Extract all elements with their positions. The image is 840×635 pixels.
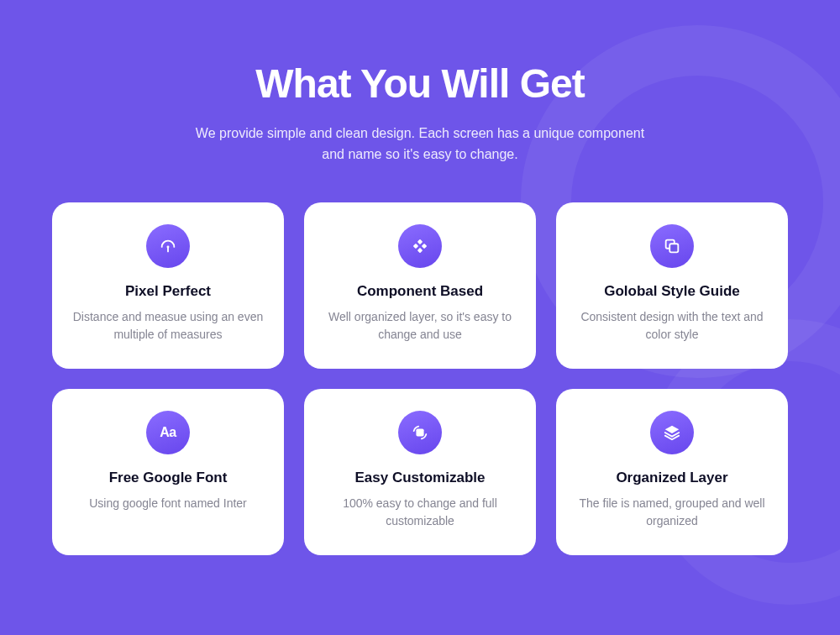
section-heading: What You Will Get	[52, 60, 788, 107]
feature-title: Easy Customizable	[355, 470, 486, 486]
feature-card-organized-layer: Organized Layer The file is named, group…	[556, 389, 788, 555]
features-grid: Pixel Perfect Distance and measue using …	[52, 202, 788, 555]
feature-description: The file is named, grouped and well orga…	[576, 495, 768, 530]
feature-title: Free Google Font	[109, 470, 228, 486]
feature-title: Pixel Perfect	[125, 283, 211, 300]
feature-title: Organized Layer	[616, 470, 727, 486]
font-icon: Aa	[146, 411, 190, 454]
feature-card-component-based: Component Based Well organized layer, so…	[304, 202, 536, 369]
section-subheading: We provide simple and clean design. Each…	[185, 123, 655, 165]
feature-title: Component Based	[357, 283, 483, 300]
feature-description: Well organized layer, so it's easy to ch…	[324, 308, 516, 344]
svg-rect-4	[413, 243, 418, 248]
feature-description: 100% easy to change and full customizabl…	[324, 495, 516, 530]
svg-rect-3	[417, 247, 423, 252]
feature-description: Consistent design with the text and colo…	[576, 308, 768, 344]
layers-icon	[650, 411, 694, 454]
svg-rect-7	[669, 244, 678, 252]
feature-title: Golobal Style Guide	[604, 283, 740, 300]
pixel-perfect-icon	[146, 224, 190, 268]
component-based-icon	[398, 224, 442, 268]
feature-card-global-style: Golobal Style Guide Consistent design wi…	[556, 202, 788, 369]
feature-card-pixel-perfect: Pixel Perfect Distance and measue using …	[52, 202, 284, 369]
customizable-icon	[398, 411, 442, 454]
feature-card-google-font: Aa Free Google Font Using google font na…	[52, 389, 284, 555]
svg-rect-8	[416, 428, 423, 436]
svg-rect-2	[417, 239, 423, 244]
global-style-icon	[650, 224, 694, 268]
feature-description: Using google font named Inter	[89, 495, 247, 512]
feature-card-customizable: Easy Customizable 100% easy to change an…	[304, 389, 536, 555]
features-section: What You Will Get We provide simple and …	[0, 0, 840, 606]
svg-rect-5	[422, 243, 427, 248]
feature-description: Distance and measue using an even multip…	[72, 308, 264, 344]
